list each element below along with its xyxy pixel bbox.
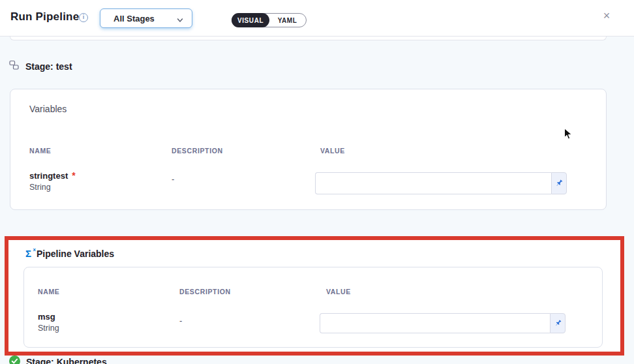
column-header-description: DESCRIPTION [172, 147, 223, 155]
chevron-down-icon [176, 15, 184, 27]
dialog-header [0, 0, 634, 36]
sigma-variables-icon: Σx [25, 248, 31, 259]
stage-selector-value: All Stages [113, 14, 155, 23]
pipeline-variables-table-card: NAME DESCRIPTION VALUE msg String - [23, 267, 603, 348]
variable-name: stringtest* [29, 170, 76, 181]
variable-type: String [29, 183, 51, 192]
variable-name: msg [38, 312, 55, 322]
value-input-group [320, 313, 566, 333]
variable-type: String [38, 324, 59, 333]
required-asterisk: * [72, 170, 75, 181]
stage-test-heading: Stage: test [9, 60, 72, 72]
info-icon[interactable]: i [79, 13, 88, 22]
stage-kubernetes-heading: Stage: Kubernetes [9, 356, 107, 364]
tab-visual[interactable]: VISUAL [232, 13, 269, 27]
column-header-value: VALUE [326, 288, 351, 296]
scrolled-card-edge [10, 37, 607, 40]
runtime-input-pin-button[interactable] [551, 172, 567, 194]
column-header-description: DESCRIPTION [179, 288, 231, 296]
variables-card: Variables NAME DESCRIPTION VALUE stringt… [10, 89, 607, 210]
value-input-group [315, 172, 567, 194]
stage-icon [9, 60, 20, 72]
variables-card-title: Variables [29, 104, 67, 114]
variable-description: - [179, 316, 182, 326]
msg-value-input[interactable] [320, 313, 550, 333]
pipeline-variables-title: Pipeline Variables [37, 249, 114, 259]
run-pipeline-dialog: Run Pipeline i All Stages VISUAL YAML × … [0, 0, 634, 364]
close-icon[interactable]: × [599, 8, 614, 23]
page-title: Run Pipeline [10, 10, 79, 23]
stage-test-label: Stage: test [25, 61, 72, 72]
stage-selector-dropdown[interactable]: All Stages [100, 8, 192, 28]
pipeline-variables-heading: Σx Pipeline Variables [25, 248, 114, 259]
tab-yaml[interactable]: YAML [269, 14, 306, 27]
stage-kubernetes-label: Stage: Kubernetes [26, 357, 107, 364]
pipeline-variables-section-highlighted: Σx Pipeline Variables NAME DESCRIPTION V… [5, 236, 624, 356]
visual-yaml-toggle: VISUAL YAML [232, 13, 307, 27]
variable-description: - [172, 174, 174, 184]
runtime-input-pin-button[interactable] [550, 313, 566, 333]
thumbtack-icon [552, 177, 566, 190]
column-header-name: NAME [38, 288, 59, 296]
thumbtack-icon [552, 317, 564, 329]
stringtest-value-input[interactable] [315, 172, 551, 194]
column-header-name: NAME [29, 147, 51, 155]
success-check-icon [9, 356, 20, 364]
column-header-value: VALUE [320, 147, 345, 155]
